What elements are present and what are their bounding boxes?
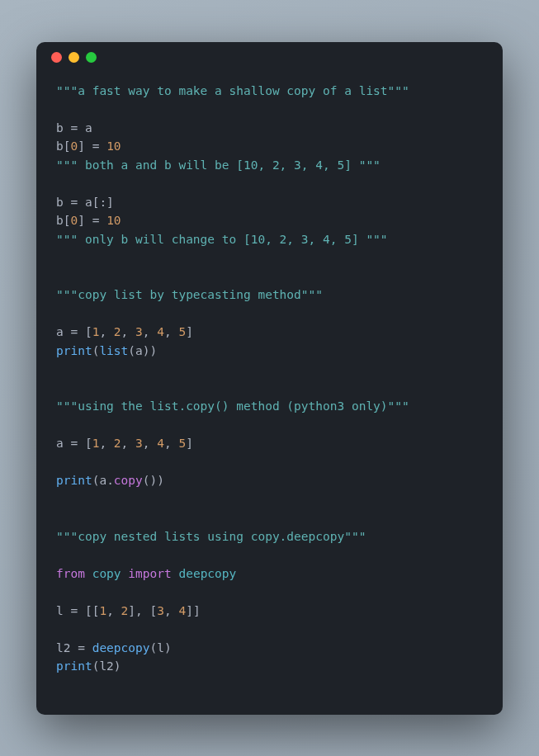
code-text: ], [ (128, 604, 157, 617)
code-text: () (143, 474, 157, 487)
code-text: , (164, 604, 178, 617)
identifier: a (99, 474, 106, 487)
code-text: ] (186, 437, 193, 450)
code-text: , (99, 325, 113, 338)
module-name: copy (92, 567, 121, 580)
identifier: a (135, 344, 143, 357)
identifier: deepcopy (178, 567, 236, 580)
window-titlebar (36, 42, 503, 73)
code-text: a = [ (56, 325, 92, 338)
docstring: """ both a and b will be [10, 2, 3, 4, 5… (56, 158, 381, 172)
code-text: ) (164, 641, 172, 654)
function-call: print (56, 344, 92, 357)
number-literal: 0 (70, 214, 78, 227)
code-text: l = [[ (56, 604, 99, 617)
number-literal: 5 (178, 325, 186, 338)
number-literal: 1 (99, 604, 106, 617)
code-text: ) (143, 344, 150, 357)
function-call: deepcopy (92, 641, 150, 654)
code-text: , (143, 325, 157, 338)
code-text: ) (157, 474, 164, 487)
docstring: """a fast way to make a shallow copy of … (56, 84, 409, 97)
minimize-icon[interactable] (69, 52, 79, 63)
docstring: """using the list.copy() method (python3… (56, 399, 409, 413)
number-literal: 2 (114, 325, 121, 338)
number-literal: 2 (114, 437, 121, 450)
code-text: , (164, 325, 178, 338)
number-literal: 4 (157, 437, 164, 450)
code-text: , (164, 437, 178, 450)
number-literal: 0 (70, 139, 78, 153)
number-literal: 5 (178, 437, 186, 450)
code-text: ) (114, 659, 121, 673)
code-text: b[ (56, 139, 70, 153)
code-text: . (106, 474, 114, 487)
code-text (85, 567, 92, 580)
number-literal: 3 (135, 437, 143, 450)
function-call: print (56, 659, 92, 673)
number-literal: 3 (135, 325, 143, 338)
code-text: ( (150, 641, 158, 654)
number-literal: 4 (157, 325, 164, 338)
code-text: , (121, 325, 135, 338)
code-text: , (121, 437, 135, 450)
docstring: """copy nested lists using copy.deepcopy… (56, 530, 366, 543)
docstring: """copy list by typecasting method""" (56, 288, 323, 301)
identifier: l (157, 641, 164, 654)
code-text: , (106, 604, 121, 617)
code-text: a = [ (56, 437, 92, 450)
code-window: """a fast way to make a shallow copy of … (36, 42, 503, 715)
number-literal: 10 (106, 214, 121, 227)
code-text: ] = (78, 214, 106, 227)
code-text: , (143, 437, 157, 450)
number-literal: 4 (178, 604, 186, 617)
code-text: , (99, 437, 113, 450)
method-call: copy (114, 474, 143, 487)
code-text: l2 = (56, 641, 92, 654)
docstring: """ only b will change to [10, 2, 3, 4, … (56, 233, 388, 246)
code-text: ] (186, 325, 193, 338)
code-text: b[ (56, 214, 70, 227)
function-call: list (99, 344, 128, 357)
keyword: from (56, 567, 85, 580)
code-text: ]] (186, 604, 200, 617)
keyword: import (128, 567, 171, 580)
close-icon[interactable] (51, 52, 62, 63)
code-text: b = a (56, 121, 92, 135)
code-text: ] = (78, 139, 106, 153)
code-text (121, 567, 129, 580)
identifier: l2 (99, 659, 113, 673)
maximize-icon[interactable] (86, 52, 97, 63)
code-text: ( (128, 344, 135, 357)
number-literal: 3 (157, 604, 164, 617)
function-call: print (56, 474, 92, 487)
code-block: """a fast way to make a shallow copy of … (36, 73, 503, 696)
number-literal: 10 (106, 139, 121, 153)
code-text: b = a[:] (56, 196, 114, 209)
code-text: ) (150, 344, 158, 357)
